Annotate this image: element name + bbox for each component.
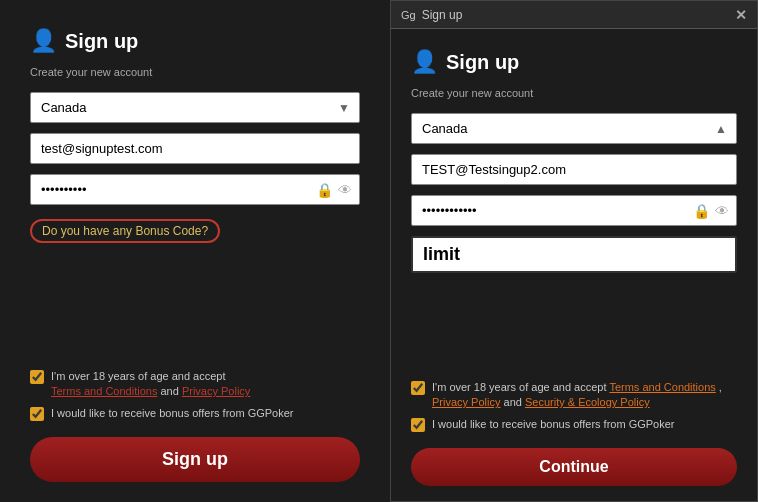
limit-input[interactable] [411,236,737,273]
country-select-right[interactable]: Canada [411,113,737,144]
checkbox-row-1-right: I'm over 18 years of age and accept Term… [411,380,737,411]
checkbox1-text-left: I'm over 18 years of age and accept Term… [51,369,250,400]
right-panel-subtitle: Create your new account [411,87,737,99]
right-checkboxes: I'm over 18 years of age and accept Term… [411,380,737,432]
email-input-left[interactable] [30,133,360,164]
eye-icon-left[interactable]: 👁 [338,182,352,198]
signup-button[interactable]: Sign up [30,437,360,482]
right-panel: Gg Sign up ✕ 👤 Sign up Create your new a… [390,0,758,502]
titlebar-left: Gg Sign up [401,8,462,22]
age-checkbox-right[interactable] [411,381,425,395]
terms-link-right[interactable]: Terms and Conditions [609,381,715,393]
country-select-wrapper-right: Canada ▲ [411,113,737,144]
bonus-code-link[interactable]: Do you have any Bonus Code? [30,219,220,243]
password-input-left[interactable] [30,174,360,205]
password-icons-left: 🔒 👁 [316,182,352,198]
checkbox2-text-right: I would like to receive bonus offers fro… [432,417,675,432]
age-checkbox-left[interactable] [30,370,44,384]
password-wrapper-left: 🔒 👁 [30,174,360,205]
left-panel-subtitle: Create your new account [30,66,360,78]
left-panel: 👤 Sign up Create your new account Canada… [0,0,390,502]
privacy-link-left[interactable]: Privacy Policy [182,385,250,397]
bonus-checkbox-left[interactable] [30,407,44,421]
country-select[interactable]: Canada [30,92,360,123]
person-icon-left: 👤 [30,28,57,54]
password-icons-right: 🔒 👁 [693,203,729,219]
right-panel-title: Sign up [446,51,519,74]
password-wrapper-right: 🔒 👁 [411,195,737,226]
titlebar-title: Sign up [422,8,463,22]
checkbox2-text-left: I would like to receive bonus offers fro… [51,406,294,421]
titlebar: Gg Sign up ✕ [391,1,757,29]
bonus-checkbox-right[interactable] [411,418,425,432]
lock-icon-left: 🔒 [316,182,333,198]
person-icon-right: 👤 [411,49,438,75]
left-checkboxes: I'm over 18 years of age and accept Term… [30,369,360,421]
right-panel-content: 👤 Sign up Create your new account Canada… [391,29,757,501]
country-select-wrapper: Canada ▼ [30,92,360,123]
left-panel-title: Sign up [65,30,138,53]
close-button[interactable]: ✕ [735,7,747,23]
lock-icon-right: 🔒 [693,203,710,219]
right-panel-header: 👤 Sign up [411,49,737,75]
security-link-right[interactable]: Security & Ecology Policy [525,396,650,408]
left-panel-header: 👤 Sign up [30,28,360,54]
terms-link-left[interactable]: Terms and Conditions [51,385,157,397]
password-input-right[interactable] [411,195,737,226]
checkbox1-text-right: I'm over 18 years of age and accept Term… [432,380,737,411]
privacy-link-right[interactable]: Privacy Policy [432,396,500,408]
titlebar-logo: Gg [401,9,416,21]
eye-icon-right[interactable]: 👁 [715,203,729,219]
continue-button[interactable]: Continue [411,448,737,486]
email-input-right[interactable] [411,154,737,185]
checkbox-row-2-left: I would like to receive bonus offers fro… [30,406,360,421]
bonus-code-wrapper: Do you have any Bonus Code? [30,219,360,243]
checkbox-row-2-right: I would like to receive bonus offers fro… [411,417,737,432]
checkbox-row-1-left: I'm over 18 years of age and accept Term… [30,369,360,400]
